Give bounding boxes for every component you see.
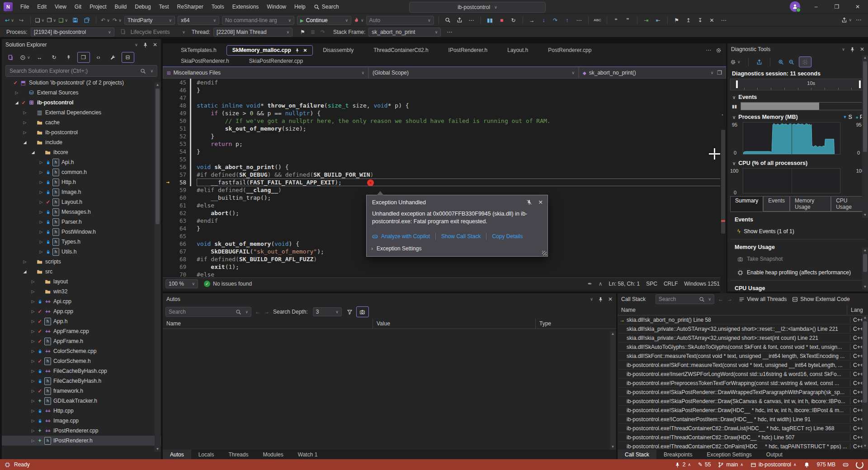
expander-icon[interactable]: ◢ — [22, 140, 28, 145]
callstack-frame[interactable]: skia.dll!skia_private::AutoSTArray<32,un… — [618, 324, 868, 334]
properties-icon[interactable] — [107, 52, 119, 62]
callstack-frame[interactable]: ib-postcontrol.exe!ThreadContainerCtl2::… — [618, 433, 868, 442]
callstack-frame[interactable]: →skia.dll!sk_abort_no_print() Line 58C++ — [618, 315, 868, 324]
code-cleanup-icon[interactable]: ✒ — [588, 281, 592, 287]
search-forward-icon[interactable]: → — [264, 309, 269, 315]
tree-item-app-cpp[interactable]: ▷✓++App.cpp — [2, 306, 161, 316]
tool-tab-locals[interactable]: Locals — [191, 450, 222, 459]
step-over-icon[interactable]: ↷ — [550, 15, 561, 25]
git-branch-icon[interactable]: main∧ — [718, 461, 743, 468]
menu-edit[interactable]: Edit — [33, 0, 51, 14]
nav-back-icon[interactable]: ← — [718, 296, 723, 302]
process-dropdown[interactable]: [21924] ib-postcontrol∨ — [31, 28, 114, 37]
expander-icon[interactable]: ▷ — [38, 220, 44, 224]
tree-item-http-h[interactable]: ▷hHttp.h — [2, 177, 161, 187]
live-share-icon[interactable]: ∨ — [840, 15, 853, 25]
tree-item-image-h[interactable]: ▷hImage.h — [2, 187, 161, 197]
code-line-47[interactable]: 47 — [163, 94, 726, 102]
nav-back-icon[interactable]: ↩∨ — [4, 15, 15, 25]
nav-forward-icon[interactable]: ↪ — [15, 15, 27, 25]
code-line-69[interactable]: 69 exit(1); — [163, 263, 726, 271]
collapse-all-icon[interactable]: ↟ — [63, 52, 75, 62]
tree-item-include[interactable]: ◢include — [2, 137, 161, 147]
zoom-in-icon[interactable] — [778, 59, 784, 65]
document-health-icon[interactable]: ◔ — [721, 113, 723, 118]
unpin-icon[interactable] — [526, 199, 532, 205]
expander-icon[interactable]: ▷ — [22, 110, 28, 115]
expander-icon[interactable]: ▷ — [22, 120, 28, 125]
find-in-files-icon[interactable] — [442, 15, 454, 25]
expander-icon[interactable]: ▷ — [30, 289, 36, 294]
memory-usage[interactable]: 975 MB — [817, 461, 835, 468]
close-button[interactable]: ✕ — [847, 0, 868, 14]
code-line-46[interactable]: 46} — [163, 86, 726, 94]
callstack-frame[interactable]: skia.dll!skia_private::AutoSTArray<32,un… — [618, 334, 868, 343]
tree-item-ipostrenderer-cpp[interactable]: ▷+++IPostRenderer.cpp — [2, 426, 161, 436]
diag-tab-events[interactable]: Events — [763, 196, 790, 212]
search-depth-dropdown[interactable]: 3∨ — [313, 307, 342, 316]
tab-skmemory-malloc-cpp[interactable]: SkMemory_malloc.cpp✕ — [226, 45, 313, 56]
show-next-statement-icon[interactable]: → — [526, 15, 538, 25]
lifecycle-events-dropdown[interactable]: Lifecycle Events∨ — [127, 28, 189, 37]
callstack-frame[interactable]: skia.dll!SkAutoToGlyphs::SkAutoToGlyphs(… — [618, 343, 868, 352]
expander-icon[interactable]: ▷ — [22, 259, 28, 264]
show-all-files-icon[interactable]: ❒ — [77, 52, 90, 63]
open-file-icon[interactable]: ❐∨ — [46, 15, 57, 25]
split-editor-icon[interactable]: ❐ — [717, 70, 722, 76]
menu-test[interactable]: Test — [155, 0, 173, 14]
reset-view-icon[interactable] — [802, 59, 808, 65]
tab-threadcontainerctl2-h[interactable]: ThreadContainerCtl2.h — [363, 45, 438, 56]
tree-item-parser-h[interactable]: ▷hParser.h — [2, 217, 161, 227]
tab-skiapostrenderer-h[interactable]: SkiaPostRenderer.h — [171, 56, 239, 66]
menu-help[interactable]: Help — [290, 0, 310, 14]
expander-icon[interactable]: ▷ — [30, 438, 36, 443]
tab-sktemplates-h[interactable]: SkTemplates.h — [171, 45, 226, 56]
outdent-icon[interactable]: ⇤ — [652, 15, 664, 25]
resize-grip[interactable] — [542, 251, 547, 255]
expander-icon[interactable]: ▷ — [30, 339, 36, 343]
tree-item-cache[interactable]: ▷cache — [2, 118, 161, 127]
stop-icon[interactable]: ■ — [496, 15, 508, 25]
exception-settings-expander[interactable]: › Exception Settings — [367, 242, 547, 256]
expander-icon[interactable]: ▷ — [38, 210, 44, 214]
callstack-frame[interactable]: skia.dll!SkFont::measureText(const void … — [618, 352, 868, 361]
tool-tab-breakpoints[interactable]: Breakpoints — [656, 450, 699, 459]
chevron-down-icon[interactable]: ∨ — [842, 46, 845, 52]
tree-item-external-dependencies[interactable]: ▷▥External Dependencies — [2, 108, 161, 118]
code-line-57[interactable]: 57#if defined(SK_DEBUG) && defined(SK_BU… — [163, 171, 726, 179]
breadcrumb-member-dropdown[interactable]: ◆sk_abort_no_print() ∨❐ — [579, 67, 726, 79]
expander-icon[interactable]: ▷ — [30, 319, 36, 324]
filter-frames-icon[interactable]: ≣ — [311, 29, 315, 35]
expander-icon[interactable]: ▷ — [30, 369, 36, 373]
tree-item-ib-postcontrol[interactable]: ◢✓⊞ib-postcontrol — [2, 98, 161, 108]
frame-nav-icon[interactable]: ↷ — [321, 29, 325, 35]
attach-to-process-icon[interactable] — [454, 15, 466, 25]
prev-bookmark-icon[interactable]: ↥ — [683, 15, 694, 25]
expander-icon[interactable]: ▷ — [30, 279, 36, 284]
callstack-frame[interactable]: ib-postcontrol.exe!SkiaPostRenderer::Dra… — [618, 388, 868, 397]
code-line-55[interactable]: 55 — [163, 155, 726, 163]
tree-item-framework-h[interactable]: ▷✓hframework.h — [2, 386, 161, 396]
zoom-dropdown[interactable]: 100 %∨ — [165, 279, 198, 288]
nav-forward-icon[interactable]: → — [727, 296, 732, 302]
bookmark-icon[interactable]: ⚑ — [671, 15, 683, 25]
expander-icon[interactable]: ▷ — [30, 399, 36, 403]
menu-search[interactable]: Search — [310, 0, 343, 14]
more-debugbar-icon[interactable]: ⋯ — [447, 29, 452, 35]
editor-scrollbar[interactable]: ◔ — [720, 112, 726, 310]
no-command-line-arg-dropdown[interactable]: No command-line arg∨ — [222, 16, 294, 25]
expander-icon[interactable]: ▷ — [14, 90, 20, 95]
preview-selected-icon[interactable]: ⊟ — [122, 52, 134, 63]
tree-item-src[interactable]: ◢src — [2, 267, 161, 277]
search-back-icon[interactable]: ← — [255, 309, 260, 315]
feedback-icon[interactable] — [843, 462, 849, 468]
pin-icon[interactable] — [598, 296, 604, 302]
tree-item-colorscheme-h[interactable]: ▷✓hColorScheme.h — [2, 356, 161, 366]
hot-reload-icon[interactable]: ∨ — [353, 15, 365, 25]
tool-tab-call-stack[interactable]: Call Stack — [618, 450, 656, 459]
view-all-threads-button[interactable]: View all Threads — [739, 296, 787, 302]
expander-icon[interactable]: ◢ — [14, 100, 20, 105]
code-line-45[interactable]: 45#endif — [163, 79, 726, 86]
pending-commits-icon[interactable]: 2∧ — [675, 461, 691, 468]
expander-icon[interactable]: ▷ — [30, 329, 36, 334]
